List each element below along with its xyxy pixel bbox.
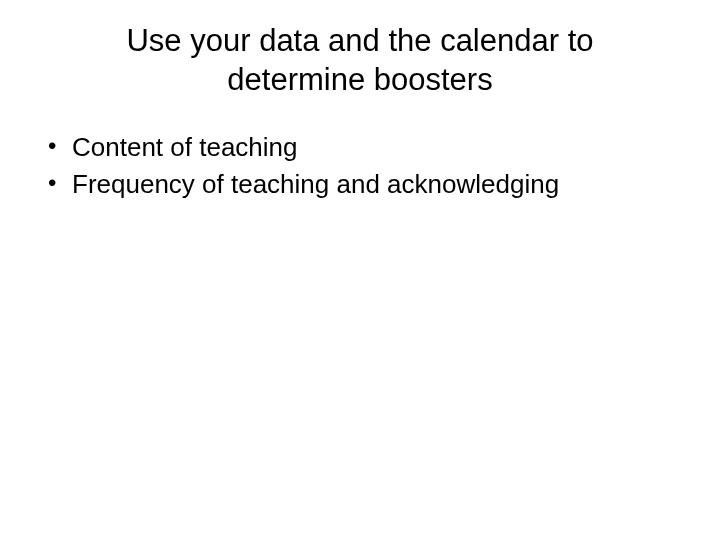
slide-title: Use your data and the calendar to determ… bbox=[60, 22, 660, 100]
slide: Use your data and the calendar to determ… bbox=[0, 0, 720, 540]
list-item: Frequency of teaching and acknowledging bbox=[48, 167, 690, 202]
list-item: Content of teaching bbox=[48, 130, 690, 165]
bullet-list: Content of teaching Frequency of teachin… bbox=[30, 130, 690, 202]
